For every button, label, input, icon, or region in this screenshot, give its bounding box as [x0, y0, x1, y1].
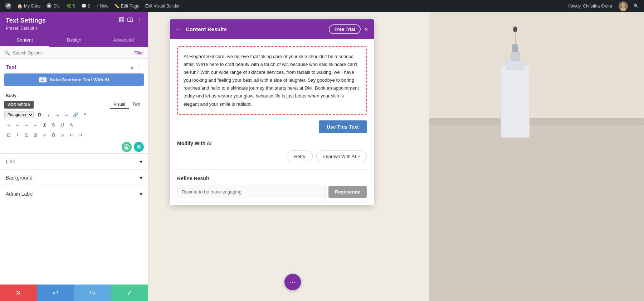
panel-icon-menu[interactable]: ⋮ [136, 16, 142, 24]
svg-rect-19 [429, 118, 644, 125]
italic-btn[interactable]: I [44, 110, 53, 119]
improve-with-ai-btn[interactable]: Improve With AI ▾ [316, 150, 367, 162]
tab-advanced[interactable]: Advanced [99, 34, 148, 47]
ol-btn[interactable]: ≡ [62, 110, 71, 119]
emoji-btn[interactable]: ☺ [58, 130, 67, 139]
edit-page-btn[interactable]: ✏️ Edit Page [112, 0, 142, 12]
floating-icon: ··· [290, 278, 296, 286]
panel-icon-resize[interactable] [119, 17, 125, 24]
refine-title: Refine Result [177, 176, 367, 181]
panel-header-icons: ⋮ [119, 16, 142, 24]
wp-icon: W [5, 3, 11, 10]
align-center-btn[interactable]: ≡ [13, 120, 22, 129]
admin-label-title: Admin Label [6, 191, 34, 197]
indent-in-btn[interactable]: ⊠ [31, 130, 40, 139]
howdy-label: Howdy, Christina Gwira [565, 0, 615, 12]
bold-btn[interactable]: B [35, 110, 44, 119]
ai-green-icon[interactable] [122, 142, 132, 152]
undo-btn[interactable]: ↩ [37, 285, 74, 301]
skincare-bg [429, 12, 644, 301]
panel-content: Text ▲ ⋮ AI Auto Generate Text With AI B… [0, 59, 148, 285]
link-section[interactable]: Link ▾ [0, 153, 148, 169]
redo-btn[interactable]: ↪ [74, 285, 111, 301]
format-italic-btn[interactable]: 𝐼 [13, 130, 22, 139]
background-title: Background [6, 175, 33, 181]
redo-editor-btn[interactable]: ↪ [76, 130, 84, 139]
paste-btn[interactable]: ⊡ [4, 130, 13, 139]
modify-section: Modify With AI Retry Improve With AI ▾ [177, 140, 367, 162]
text-section-menu[interactable]: ⋮ [137, 64, 142, 70]
background-section[interactable]: Background ▾ [0, 169, 148, 186]
align-right-btn[interactable]: ≡ [22, 120, 31, 129]
filter-btn[interactable]: + Filter [131, 51, 144, 56]
indent-out-btn[interactable]: ⊟ [22, 130, 31, 139]
new-btn[interactable]: + New [94, 0, 110, 12]
modify-buttons: Retry Improve With AI ▾ [177, 150, 367, 162]
new-label: + New [96, 4, 108, 9]
panel-icon-columns[interactable] [127, 17, 133, 24]
text-section-title: Text [6, 64, 16, 70]
add-media-btn[interactable]: ADD MEDIA [4, 101, 34, 109]
avatar[interactable] [616, 0, 630, 12]
text-section-collapse[interactable]: ▲ [130, 64, 135, 70]
undo-editor-btn[interactable]: ↩ [67, 130, 75, 139]
retry-btn[interactable]: Retry [287, 150, 313, 162]
modal-close-btn[interactable]: × [364, 26, 368, 33]
search-btn[interactable]: 🔍 [631, 0, 641, 12]
cancel-btn[interactable]: ✕ [0, 285, 37, 301]
tab-content[interactable]: Content [0, 34, 49, 47]
table-btn[interactable]: ⊞ [40, 120, 49, 129]
divi-btn[interactable]: D Divi [44, 0, 63, 12]
ai-teal-icon[interactable] [134, 142, 144, 152]
ul-btn[interactable]: ≡ [53, 110, 62, 119]
floating-action-btn[interactable]: ··· [284, 274, 301, 290]
fullscreen-btn[interactable]: ⤢ [40, 130, 49, 139]
refine-input[interactable] [177, 186, 326, 198]
admin-label-section[interactable]: Admin Label ▾ [0, 186, 148, 202]
free-trial-btn[interactable]: Free Trial [329, 24, 361, 34]
svg-rect-7 [119, 18, 124, 22]
quote-btn[interactable]: ❝ [80, 110, 89, 119]
panel-header: Text Settings ⋮ [0, 12, 148, 34]
special-char-btn[interactable]: Ω [49, 130, 58, 139]
modal-header-right: Free Trial × [329, 24, 368, 34]
modal-back-icon[interactable]: ← [176, 25, 182, 33]
edit-page-label: Edit Page [121, 4, 140, 9]
text-tab[interactable]: Text [129, 100, 144, 109]
confirm-btn[interactable]: ✓ [111, 285, 148, 301]
resize-handle[interactable]: ⤡ [361, 108, 365, 113]
wp-icon-btn[interactable]: W [3, 0, 14, 12]
panel-header-top: Text Settings ⋮ [6, 16, 142, 24]
underline-btn[interactable]: U [58, 120, 67, 129]
link-title: Link [6, 159, 15, 164]
link-btn[interactable]: 🔗 [71, 110, 80, 119]
color-btn[interactable]: A [67, 120, 75, 129]
house-icon: 🏠 [17, 4, 23, 9]
divi-label: Divi [53, 4, 60, 9]
tab-design[interactable]: Design [49, 34, 99, 47]
visual-tab[interactable]: Visual [110, 100, 129, 109]
ai-icons-row [4, 140, 144, 153]
my-sites-btn[interactable]: 🏠 My Sites [15, 0, 43, 12]
svg-rect-22 [511, 52, 519, 61]
body-label: Body [0, 90, 148, 100]
paragraph-select[interactable]: Paragraph Heading 1 Heading 2 [4, 111, 34, 118]
align-left-btn[interactable]: ≡ [4, 120, 13, 129]
result-textbox: At Elegant Skincare, we believe that tak… [177, 46, 367, 115]
justify-btn[interactable]: ≡ [31, 120, 40, 129]
comment-bubble-btn[interactable]: 💬 0 [79, 0, 93, 12]
panel-preset: Preset: Default ▾ [6, 26, 142, 31]
search-options-icon: 🔍 [4, 50, 10, 56]
strikethrough-btn[interactable]: S [49, 120, 58, 129]
preset-arrow[interactable]: ▾ [35, 26, 38, 31]
preset-label: Preset: Default [6, 26, 34, 31]
search-options-input[interactable] [13, 51, 128, 56]
use-text-btn[interactable]: Use This Text [319, 120, 367, 133]
svg-point-12 [138, 146, 140, 148]
comments-btn[interactable]: 🌿 9 [64, 0, 78, 12]
improve-label: Improve With AI [323, 154, 356, 159]
regenerate-btn[interactable]: Regenerate [328, 186, 367, 198]
exit-builder-btn[interactable]: Exit Visual Builder [143, 0, 182, 12]
ai-generate-btn[interactable]: AI Auto Generate Text With AI [4, 73, 144, 86]
comment-icon: 💬 [81, 4, 87, 9]
